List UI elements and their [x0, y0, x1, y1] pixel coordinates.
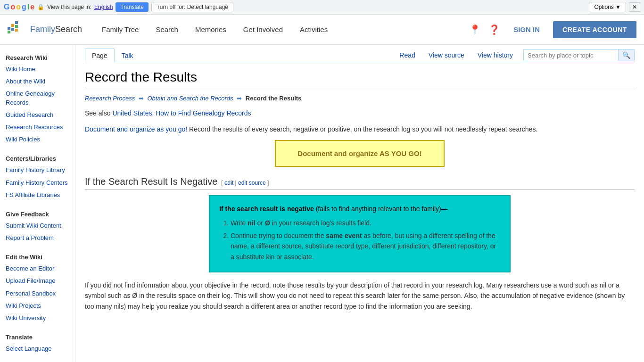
sidebar-item-select-language[interactable]: Select Language	[0, 343, 75, 355]
tab-actions: Read View source View history 🔍	[393, 49, 635, 62]
edit-source-link[interactable]: edit source	[238, 180, 266, 186]
sidebar-item-research-resources[interactable]: Research Resources	[0, 121, 75, 133]
sidebar-section-research-wiki: Research Wiki	[0, 50, 75, 63]
sidebar-item-fs-affiliate[interactable]: FS Affiliate Libraries	[0, 189, 75, 201]
sidebar-item-report-problem[interactable]: Report a Problem	[0, 232, 75, 244]
body-text: If you did not find information about yo…	[85, 280, 635, 312]
wiki-search-input[interactable]	[524, 50, 618, 61]
tab-read[interactable]: Read	[393, 49, 421, 62]
sidebar-section-translate: Translate	[0, 330, 75, 343]
translate-bar: Google 🔒 View this page in: English Tran…	[0, 0, 644, 15]
sidebar-item-about-wiki[interactable]: About the Wiki	[0, 75, 75, 88]
options-button[interactable]: Options ▼	[589, 2, 626, 12]
item1-prefix: Write	[231, 219, 248, 227]
sidebar-section-edit-wiki: Edit the Wiki	[0, 250, 75, 263]
section-edit-links: [ edit | edit source ]	[221, 180, 269, 186]
sidebar-item-upload-file[interactable]: Upload File/Image	[0, 275, 75, 287]
location-icon-button[interactable]: 📍	[469, 24, 481, 35]
sidebar-item-family-history-library[interactable]: Family History Library	[0, 164, 75, 176]
doc-organize-link[interactable]: Document and organize as you go!	[85, 125, 187, 133]
section-heading-negative: If the Search Result Is Negative [ edit …	[85, 176, 635, 189]
tab-view-history[interactable]: View history	[471, 49, 520, 62]
cyan-box-item1: Write nil or Ø in your research log's re…	[231, 218, 500, 228]
cyan-box-intro-suffix: (fails to find anything relevant to the …	[314, 205, 448, 213]
wiki-search-button[interactable]: 🔍	[618, 49, 634, 61]
sidebar: Research Wiki Wiki Home About the Wiki O…	[0, 45, 75, 362]
nav-get-involved[interactable]: Get Involved	[235, 15, 291, 45]
item1-suffix: in your research log's results field.	[270, 219, 372, 227]
sidebar-item-submit-wiki[interactable]: Submit Wiki Content	[0, 220, 75, 232]
item1-nil: nil	[248, 219, 255, 227]
cyan-box-item2: Continue trying to document the same eve…	[231, 230, 500, 262]
see-also-prefix: See also	[85, 109, 110, 117]
wiki-search-box: 🔍	[523, 49, 635, 61]
svg-rect-4	[15, 25, 18, 28]
svg-rect-2	[11, 28, 14, 31]
turn-off-button[interactable]: Turn off for: Detect language	[151, 2, 233, 12]
sidebar-item-wiki-projects[interactable]: Wiki Projects	[0, 300, 75, 312]
yellow-box: Document and organize AS YOU GO!	[275, 140, 445, 167]
sidebar-item-become-editor[interactable]: Become an Editor	[0, 263, 75, 275]
cyan-box: If the search result is negative (fails …	[209, 195, 511, 272]
breadcrumb-current: Record the Results	[246, 95, 301, 102]
breadcrumb-part1[interactable]: Research Process	[85, 95, 135, 102]
item2-prefix: Continue trying to document the	[231, 232, 326, 239]
content-area: Page Talk Read View source View history …	[75, 45, 644, 362]
familysearch-logo-icon	[8, 20, 26, 39]
nav-memories[interactable]: Memories	[187, 15, 235, 45]
nav-family-tree[interactable]: Family Tree	[93, 15, 147, 45]
lock-icon: 🔒	[37, 4, 44, 10]
item2-bold: same event	[326, 232, 362, 239]
translate-button[interactable]: Translate	[116, 2, 149, 12]
sidebar-item-wiki-home[interactable]: Wiki Home	[0, 63, 75, 75]
svg-rect-1	[11, 24, 14, 27]
svg-rect-3	[15, 21, 18, 24]
tab-view-source[interactable]: View source	[422, 49, 471, 62]
page-layout: Research Wiki Wiki Home About the Wiki O…	[0, 45, 644, 362]
breadcrumb-arrow2: ➡	[237, 95, 242, 102]
see-also-link[interactable]: United States, How to Find Genealogy Rec…	[112, 109, 251, 117]
sidebar-item-family-history-centers[interactable]: Family History Centers	[0, 177, 75, 189]
see-also: See also United States, How to Find Gene…	[85, 109, 635, 117]
nav-search[interactable]: Search	[147, 15, 187, 45]
logo-link[interactable]: FamilySearch	[8, 20, 82, 39]
sidebar-section-centers-libraries: Centers/Libraries	[0, 151, 75, 164]
view-page-text: View this page in:	[47, 4, 91, 10]
logo-text: FamilySearch	[30, 25, 82, 34]
google-logo: Google	[4, 3, 34, 11]
nav-links: Family Tree Search Memories Get Involved…	[93, 15, 469, 45]
section-heading-text: If the Search Result Is Negative	[85, 176, 217, 187]
breadcrumb-part2[interactable]: Obtain and Search the Records	[147, 95, 233, 102]
sidebar-item-wiki-policies[interactable]: Wiki Policies	[0, 133, 75, 146]
language-link[interactable]: English	[94, 4, 113, 10]
help-icon-button[interactable]: ❓	[488, 24, 500, 35]
main-nav: FamilySearch Family Tree Search Memories…	[0, 15, 644, 45]
close-translate-button[interactable]: ✕	[629, 2, 640, 12]
breadcrumb: Research Process ➡ Obtain and Search the…	[85, 95, 635, 102]
article-title: Record the Results	[85, 70, 635, 87]
edit-link[interactable]: edit	[224, 180, 233, 186]
doc-organize-suffix: Record the results of every search, nega…	[187, 125, 537, 133]
tab-bar: Page Talk Read View source View history …	[85, 45, 635, 62]
tab-talk[interactable]: Talk	[115, 49, 140, 62]
nav-activities[interactable]: Activities	[291, 15, 336, 45]
cyan-box-intro-bold: If the search result is negative	[219, 205, 314, 213]
svg-rect-6	[8, 31, 10, 33]
breadcrumb-arrow1: ➡	[139, 95, 144, 102]
nav-right: 📍 ❓ SIGN IN CREATE ACCOUNT	[469, 21, 636, 38]
sidebar-item-guided-research[interactable]: Guided Research	[0, 109, 75, 121]
item1-slash: Ø	[265, 219, 270, 227]
sidebar-section-give-feedback: Give Feedback	[0, 207, 75, 220]
cyan-box-list: Write nil or Ø in your research log's re…	[219, 218, 500, 262]
svg-rect-5	[15, 29, 18, 32]
sidebar-item-online-genealogy[interactable]: Online Genealogy Records	[0, 88, 75, 108]
sign-in-button[interactable]: SIGN IN	[508, 22, 545, 37]
tab-page[interactable]: Page	[85, 49, 115, 62]
svg-rect-0	[8, 27, 10, 30]
sidebar-item-personal-sandbox[interactable]: Personal Sandbox	[0, 288, 75, 300]
create-account-button[interactable]: CREATE ACCOUNT	[553, 21, 636, 38]
yellow-box-text: Document and organize AS YOU GO!	[287, 148, 432, 158]
doc-organize-text: Document and organize as you go! Record …	[85, 124, 635, 134]
cyan-box-intro: If the search result is negative (fails …	[219, 204, 500, 214]
sidebar-item-wiki-university[interactable]: Wiki University	[0, 312, 75, 324]
